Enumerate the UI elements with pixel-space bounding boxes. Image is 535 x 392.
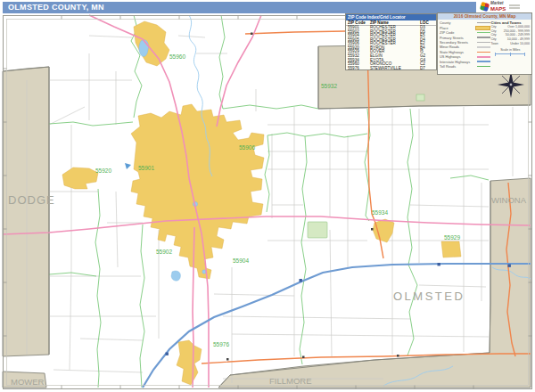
zip-label: 55934 (372, 209, 388, 216)
county-label-olmsted: OLMSTED (393, 290, 465, 303)
zip-label: 55960 (169, 53, 185, 60)
logo-word1: Market (490, 2, 506, 6)
zip-label: 55902 (156, 249, 172, 255)
map-poster-page: OLMSTED COUNTY, MN Market MAPS (0, 0, 535, 392)
zip-label: 55932 (321, 83, 337, 89)
map-key-box: 2016 Olmsted County, MN Map County Place… (437, 12, 532, 75)
city-class-row: TownUnder 10,000 (490, 42, 530, 46)
zip-label: 55904 (233, 257, 249, 264)
logo-word2: MAPS (490, 6, 506, 12)
zip-label: 55976 (213, 341, 229, 347)
county-label-winona: WINONA (491, 195, 527, 205)
scale-bar: Scale in Miles (490, 48, 530, 56)
place-dover (441, 241, 461, 257)
county-label-fillmore: FILLMORE (269, 376, 312, 386)
scale-label: Scale in Miles (490, 48, 530, 52)
logo-pinwheel-icon (480, 2, 490, 12)
page-title: OLMSTED COUNTY, MN (3, 2, 476, 13)
map-key-title: 2016 Olmsted County, MN Map (438, 13, 531, 20)
zip-index-box: ZIP Code Index/Grid Locator ZIP Code ZIP… (345, 13, 437, 70)
zip-label: 55920 (95, 167, 111, 174)
map-key-cities: Cities and Towns CityOver 1,000,000 City… (490, 20, 530, 69)
zip-label: 55906 (239, 144, 255, 151)
county-label-dodge: DODGE (8, 193, 55, 207)
map-key-symbols: County Place ZIP Code Primary Streets Se… (440, 20, 490, 69)
logo-decoration (509, 4, 520, 9)
zip-index-title: ZIP Code Index/Grid Locator (346, 14, 436, 20)
zip-label: 55901 (138, 165, 154, 171)
zip-label: 55929 (444, 234, 460, 241)
legend-item: Toll Roads (440, 64, 490, 69)
zip-index-row: 55976STEWARTVILLED7 (346, 67, 436, 71)
